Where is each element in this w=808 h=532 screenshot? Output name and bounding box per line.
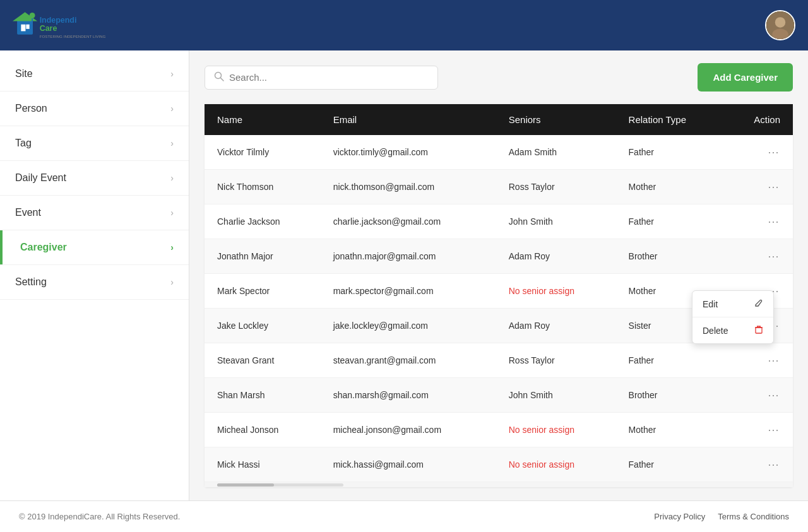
delete-icon xyxy=(754,325,763,336)
svg-rect-3 xyxy=(26,24,29,28)
cell-seniors: Adam Roy xyxy=(496,309,616,343)
senior-name: John Smith xyxy=(509,390,553,400)
cell-relation: Father xyxy=(616,447,725,482)
delete-label: Delete xyxy=(703,326,728,336)
chevron-right-icon: › xyxy=(170,69,174,79)
sidebar-item-daily-event[interactable]: Daily Event › xyxy=(0,161,189,196)
cell-seniors: Ross Taylor xyxy=(496,170,616,204)
sidebar-item-site[interactable]: Site › xyxy=(0,57,189,92)
sidebar-item-label: Setting xyxy=(15,276,47,288)
toolbar: Add Caregiver xyxy=(205,63,793,92)
chevron-right-icon: › xyxy=(170,208,174,218)
cell-name: Jake Lockley xyxy=(205,309,321,343)
table-row: Charlie Jackson charlie.jackson@gmail.co… xyxy=(205,204,793,239)
logo-area: Independi Care FOSTERING INDEPENDENT LIV… xyxy=(13,8,202,43)
col-email: Email xyxy=(321,104,496,135)
action-menu-trigger[interactable]: ⋯ xyxy=(768,354,780,367)
cell-seniors: Ross Taylor xyxy=(496,343,616,378)
add-caregiver-button[interactable]: Add Caregiver xyxy=(698,63,793,92)
svg-text:Care: Care xyxy=(40,24,57,33)
cell-relation: Father xyxy=(616,343,725,378)
search-icon xyxy=(214,71,224,84)
cell-email: micheal.jonson@gmail.com xyxy=(321,413,496,447)
senior-name: Adam Roy xyxy=(509,251,550,261)
cell-seniors: No senior assign xyxy=(496,274,616,309)
cell-email: vicktor.timly@gmail.com xyxy=(321,135,496,170)
cell-relation: Brother xyxy=(616,239,725,274)
senior-name: Adam Smith xyxy=(509,147,557,157)
cell-email: charlie.jackson@gmail.com xyxy=(321,204,496,239)
cell-name: Jonathn Major xyxy=(205,239,321,274)
chevron-right-icon: › xyxy=(170,277,174,287)
cell-seniors: Adam Smith xyxy=(496,135,616,170)
table-row: Micheal Jonson micheal.jonson@gmail.com … xyxy=(205,413,793,447)
sidebar-item-label: Caregiver xyxy=(15,242,67,253)
context-menu-edit[interactable]: Edit xyxy=(692,291,773,317)
main-content: Add Caregiver Name Email Seniors Relatio… xyxy=(189,50,808,532)
senior-name: Ross Taylor xyxy=(509,355,555,365)
cell-name: Micheal Jonson xyxy=(205,413,321,447)
action-menu-trigger[interactable]: ⋯ xyxy=(768,146,780,158)
action-menu-trigger[interactable]: ⋯ xyxy=(768,389,780,401)
main-layout: Site › Person › Tag › Daily Event › Even… xyxy=(0,50,808,532)
copyright-text: © 2019 IndependiCare. All Rights Reserve… xyxy=(19,512,180,521)
logo-icon: Independi Care FOSTERING INDEPENDENT LIV… xyxy=(13,8,114,43)
cell-action: ⋯ xyxy=(725,413,793,447)
sidebar-item-tag[interactable]: Tag › xyxy=(0,126,189,161)
context-menu-delete[interactable]: Delete xyxy=(692,317,773,343)
avatar[interactable] xyxy=(765,10,795,40)
cell-email: shan.marsh@gmail.com xyxy=(321,378,496,413)
cell-relation: Father xyxy=(616,204,725,239)
scrollbar-thumb[interactable] xyxy=(217,483,274,487)
cell-email: mick.hassi@gmail.com xyxy=(321,447,496,482)
cell-relation: Mother xyxy=(616,170,725,204)
cell-action: ⋯ xyxy=(725,170,793,204)
col-relation: Relation Type xyxy=(616,104,725,135)
cell-relation: Father xyxy=(616,135,725,170)
cell-seniors: Adam Roy xyxy=(496,239,616,274)
svg-line-13 xyxy=(221,78,224,81)
senior-name: John Smith xyxy=(509,216,553,227)
sidebar-item-setting[interactable]: Setting › xyxy=(0,265,189,300)
cell-name: Vicktor Tilmly xyxy=(205,135,321,170)
sidebar-item-label: Event xyxy=(15,207,41,218)
senior-name: Adam Roy xyxy=(509,321,550,331)
no-senior-badge: No senior assign xyxy=(509,425,574,435)
sidebar-item-label: Daily Event xyxy=(15,172,66,184)
table-row: Shan Marsh shan.marsh@gmail.com John Smi… xyxy=(205,378,793,413)
cell-seniors: John Smith xyxy=(496,204,616,239)
action-menu-trigger[interactable]: ⋯ xyxy=(768,180,780,193)
footer-links: Privacy Policy Terms & Conditions xyxy=(654,512,789,521)
svg-text:Independi: Independi xyxy=(40,16,77,25)
sidebar-item-event[interactable]: Event › xyxy=(0,196,189,230)
sidebar-item-label: Site xyxy=(15,68,33,80)
table-header-row: Name Email Seniors Relation Type Action xyxy=(205,104,793,135)
table-row: Mick Hassi mick.hassi@gmail.com No senio… xyxy=(205,447,793,482)
cell-action: ⋯ xyxy=(725,239,793,274)
edit-icon xyxy=(754,299,763,309)
cell-seniors: John Smith xyxy=(496,378,616,413)
cell-seniors: No senior assign xyxy=(496,413,616,447)
sidebar-item-label: Person xyxy=(15,103,47,114)
action-menu-trigger[interactable]: ⋯ xyxy=(768,250,780,263)
caregiver-table: Name Email Seniors Relation Type Action … xyxy=(205,104,793,487)
sidebar-item-person[interactable]: Person › xyxy=(0,92,189,126)
cell-action: ⋯ xyxy=(725,135,793,170)
terms-conditions-link[interactable]: Terms & Conditions xyxy=(718,512,789,521)
cell-action: ⋯ xyxy=(725,447,793,482)
cell-email: mark.spector@gmail.com xyxy=(321,274,496,309)
action-menu-trigger[interactable]: ⋯ xyxy=(768,423,780,436)
action-menu-trigger[interactable]: ⋯ xyxy=(768,215,780,228)
sidebar-item-caregiver[interactable]: Caregiver › xyxy=(0,230,189,265)
cell-seniors: No senior assign xyxy=(496,447,616,482)
search-input[interactable] xyxy=(229,72,429,83)
svg-rect-14 xyxy=(756,328,762,333)
cell-email: jake.lockley@gmail.com xyxy=(321,309,496,343)
privacy-policy-link[interactable]: Privacy Policy xyxy=(654,512,705,521)
sidebar: Site › Person › Tag › Daily Event › Even… xyxy=(0,50,189,532)
cell-name: Steavan Grant xyxy=(205,343,321,378)
context-menu: Edit Delete xyxy=(692,290,774,344)
action-menu-trigger[interactable]: ⋯ xyxy=(768,458,780,471)
header: Independi Care FOSTERING INDEPENDENT LIV… xyxy=(0,0,808,50)
search-box[interactable] xyxy=(205,66,438,90)
